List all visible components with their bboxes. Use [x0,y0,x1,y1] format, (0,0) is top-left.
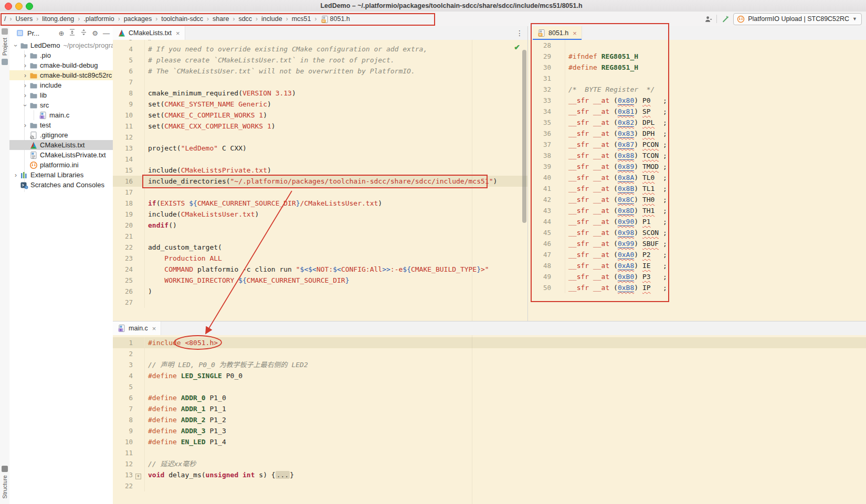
breadcrumb-item[interactable]: include [261,15,282,23]
code-line-19[interactable]: 19include(CMakeListsUser.txt) [113,209,527,220]
vertical-scrollbar[interactable] [522,50,526,223]
code-line-13[interactable]: 13project("LedDemo" C CXX) [113,143,527,154]
code-line-42[interactable]: 42__sfr __at (0x8C) TH0 ; [528,194,866,205]
code-line-31[interactable]: 31 [528,73,866,84]
close-window-button[interactable] [5,3,12,10]
breadcrumb-item[interactable]: toolchain-sdcc [161,15,203,23]
code-line-11[interactable]: 11 [113,447,866,458]
code-line-9[interactable]: 9set(CMAKE_SYSTEM_NAME Generic) [113,99,527,110]
code-line-9[interactable]: 9#define ADDR_3 P1_3 [113,425,866,436]
code-line-13[interactable]: 13+void delay_ms(unsigned int s) {...} [113,469,866,480]
code-line-50[interactable]: 50__sfr __at (0xB8) IP ; [528,282,866,293]
chevron-right-icon[interactable]: › [22,122,28,129]
code-area-cmakelists[interactable]: 3#4# If you need to override existing CM… [113,40,527,321]
code-line-22[interactable]: 22 [113,480,866,491]
locate-file-icon[interactable]: ⊕ [58,30,64,37]
chevron-right-icon[interactable]: › [13,171,19,179]
tree-item-scratches-and-consoles[interactable]: iScratches and Consoles [9,180,113,190]
code-line-24[interactable]: 24 COMMAND platformio -c clion run "$<$<… [113,264,527,275]
code-line-48[interactable]: 48__sfr __at (0xA8) IE ; [528,260,866,271]
code-line-20[interactable]: 20endif() [113,220,527,231]
code-line-27[interactable]: 27 [113,297,527,308]
breadcrumb-item[interactable]: / [4,15,6,23]
inspection-ok-icon[interactable]: ✔ [514,43,520,51]
project-tool-tab[interactable]: Project [2,38,8,56]
tree-item-leddemo[interactable]: ›LedDemo~/projects/progra [9,40,113,50]
tab-cmakelists[interactable]: CMakeLists.txt × [113,26,185,40]
editor-options-kebab-icon[interactable]: ⋮ [516,29,523,37]
breadcrumb-item[interactable]: .platformio [83,15,114,23]
tree-item-test[interactable]: ›test [9,120,113,130]
code-line-1[interactable]: 1#include <8051.h> [113,337,866,348]
chevron-right-icon[interactable]: › [22,92,28,99]
tab-mainc[interactable]: c main.c × [113,321,161,335]
tree-item-external-libraries[interactable]: ›External Libraries [9,170,113,180]
breadcrumb-item[interactable]: share [213,15,229,23]
structure-tool-tab[interactable]: Structure [2,475,8,499]
code-line-18[interactable]: 18if(EXISTS ${CMAKE_CURRENT_SOURCE_DIR}/… [113,198,527,209]
tree-item-src[interactable]: ›src [9,100,113,110]
code-line-40[interactable]: 40__sfr __at (0x8A) TL0 ; [528,172,866,183]
code-line-43[interactable]: 43__sfr __at (0x8D) TH1 ; [528,205,866,216]
code-line-47[interactable]: 47__sfr __at (0xA0) P2 ; [528,249,866,260]
code-line-6[interactable]: 6#define ADDR_0 P1_0 [113,392,866,403]
code-line-39[interactable]: 39__sfr __at (0x89) TMOD ; [528,161,866,172]
code-line-22[interactable]: 22add_custom_target( [113,242,527,253]
tree-item-include[interactable]: ›include [9,80,113,90]
fold-marker-icon[interactable]: + [135,474,141,479]
minimize-window-button[interactable] [15,3,23,10]
code-line-37[interactable]: 37__sfr __at (0x87) PCON ; [528,139,866,150]
code-line-8[interactable]: 8cmake_minimum_required(VERSION 3.13) [113,88,527,99]
code-line-10[interactable]: 10set(CMAKE_C_COMPILER_WORKS 1) [113,110,527,121]
breadcrumb-item[interactable]: Users [15,15,33,23]
code-line-46[interactable]: 46__sfr __at (0x99) SBUF ; [528,238,866,249]
code-line-3[interactable]: 3// 声明 LED, P0_0 为教学板子上最右侧的 LED2 [113,359,866,370]
code-line-29[interactable]: 29#ifndef REG8051_H [528,51,866,62]
build-hammer-icon[interactable] [721,15,729,23]
code-line-15[interactable]: 15include(CMakeListsPrivate.txt) [113,165,527,176]
code-line-16[interactable]: 16include_directories("~/.platformio/pac… [113,176,527,187]
chevron-right-icon[interactable]: › [22,52,28,59]
code-line-23[interactable]: 23 Production ALL [113,253,527,264]
breadcrumb-item[interactable]: packages [124,15,152,23]
code-line-5[interactable]: 5# please create `CMakeListsUser.txt` in… [113,55,527,66]
tree-item-cmakelistsprivate-txt[interactable]: CMakeListsPrivate.txt [9,150,113,160]
project-panel-title[interactable]: Pr... [27,29,39,37]
expand-all-icon[interactable] [69,29,76,37]
code-line-6[interactable]: 6# The `CMakeListsUser.txt` will not be … [113,66,527,77]
code-line-2[interactable]: 2 [113,348,866,359]
chevron-right-icon[interactable]: › [22,72,28,79]
code-line-45[interactable]: 45__sfr __at (0x98) SCON ; [528,227,866,238]
code-line-49[interactable]: 49__sfr __at (0xB0) P3 ; [528,271,866,282]
user-account-icon[interactable] [704,15,712,23]
code-line-21[interactable]: 21 [113,231,527,242]
code-line-8[interactable]: 8#define ADDR_2 P1_2 [113,414,866,425]
code-line-5[interactable]: 5 [113,381,866,392]
tree-item-main-c[interactable]: cmain.c [9,110,113,120]
tree-item-platformio-ini[interactable]: platformio.ini [9,160,113,170]
chevron-right-icon[interactable]: › [22,62,28,69]
code-line-17[interactable]: 17 [113,187,527,198]
code-line-41[interactable]: 41__sfr __at (0x8B) TL1 ; [528,183,866,194]
collapse-all-icon[interactable] [80,29,87,37]
code-line-11[interactable]: 11set(CMAKE_CXX_COMPILER_WORKS 1) [113,121,527,132]
breadcrumb-item[interactable]: sdcc [238,15,252,23]
code-line-4[interactable]: 4# If you need to override existing CMak… [113,44,527,55]
code-line-14[interactable]: 14 [113,154,527,165]
code-area-8051h[interactable]: 2829#ifndef REG8051_H30#define REG8051_H… [528,40,866,321]
code-area-mainc[interactable]: 1#include <8051.h>23// 声明 LED, P0_0 为教学板… [113,335,866,504]
tab-8051h[interactable]: H 8051.h × [533,26,582,40]
code-line-7[interactable]: 7#define ADDR_1 P1_1 [113,403,866,414]
code-line-38[interactable]: 38__sfr __at (0x88) TCON ; [528,150,866,161]
tree-item-lib[interactable]: ›lib [9,90,113,100]
code-line-33[interactable]: 33__sfr __at (0x80) P0 ; [528,95,866,106]
hide-panel-icon[interactable]: — [103,30,110,37]
code-line-4[interactable]: 4#define LED_SINGLE P0_0 [113,370,866,381]
code-line-12[interactable]: 12// 延迟xx毫秒 [113,458,866,469]
code-line-25[interactable]: 25 WORKING_DIRECTORY ${CMAKE_CURRENT_SOU… [113,275,527,286]
close-tab-icon[interactable]: × [573,29,577,37]
code-line-12[interactable]: 12 [113,132,527,143]
chevron-down-icon[interactable]: › [22,102,29,109]
chevron-down-icon[interactable]: › [12,42,19,49]
code-line-34[interactable]: 34__sfr __at (0x81) SP ; [528,106,866,117]
